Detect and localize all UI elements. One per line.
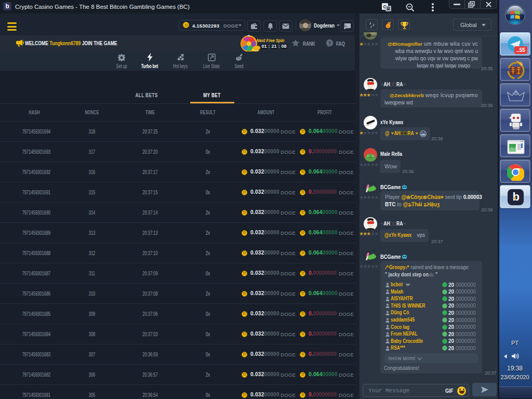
- svg-text:B: B: [387, 25, 390, 28]
- svg-text:?: ?: [328, 41, 331, 46]
